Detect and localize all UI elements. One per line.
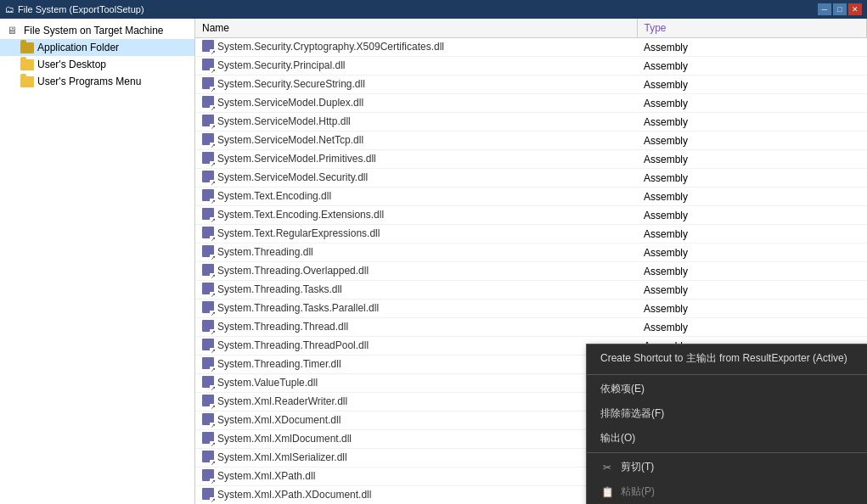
separator-1 <box>587 374 867 375</box>
cell-name: ↗System.Xml.XDocument.dll <box>195 412 637 430</box>
cell-type: Assembly <box>637 206 867 225</box>
table-row[interactable]: ↗System.Security.SecureString.dllAssembl… <box>195 76 867 94</box>
table-row[interactable]: ↗System.Threading.Tasks.Parallel.dllAsse… <box>195 300 867 318</box>
sidebar-item-programs-menu[interactable]: User's Programs Menu <box>0 73 194 90</box>
table-row[interactable]: ↗System.Threading.Thread.dllAssembly <box>195 318 867 337</box>
close-button[interactable]: ✕ <box>848 3 862 15</box>
cell-type: Assembly <box>637 76 867 94</box>
cell-name: ↗System.ServiceModel.Http.dll <box>195 113 637 132</box>
cell-type: Assembly <box>637 188 867 206</box>
minimize-button[interactable]: ─ <box>818 3 831 15</box>
window-title: File System (ExportToolSetup) <box>18 4 144 14</box>
table-row[interactable]: ↗System.ServiceModel.Duplex.dllAssembly <box>195 94 867 113</box>
window-icon: 🗂 <box>5 4 14 14</box>
context-menu-output[interactable]: 输出(O) <box>587 426 867 451</box>
cell-type: Assembly <box>637 132 867 150</box>
cell-name: ↗System.Threading.Timer.dll <box>195 356 637 374</box>
folder-icon <box>20 76 34 87</box>
menu-item-left: 📋 粘贴(P) <box>600 484 655 499</box>
table-row[interactable]: ↗System.Text.RegularExpressions.dllAssem… <box>195 225 867 244</box>
table-row[interactable]: ↗System.ServiceModel.Primitives.dllAssem… <box>195 150 867 169</box>
cell-type: Assembly <box>637 318 867 337</box>
separator-2 <box>587 452 867 453</box>
table-row[interactable]: ↗System.ServiceModel.Security.dllAssembl… <box>195 169 867 188</box>
cell-name: ↗System.Xml.XmlDocument.dll <box>195 430 637 449</box>
maximize-button[interactable]: □ <box>833 3 847 15</box>
folder-special-icon <box>20 42 34 53</box>
table-row[interactable]: ↗System.Text.Encoding.Extensions.dllAsse… <box>195 206 867 225</box>
cell-name: ↗System.ValueTuple.dll <box>195 374 637 393</box>
tree-root-item[interactable]: 🖥 File System on Target Machine <box>0 22 194 39</box>
cell-name: ↗System.Threading.ThreadPool.dll <box>195 337 637 356</box>
tree-root-label: File System on Target Machine <box>24 25 164 36</box>
context-menu-paichuxuanze[interactable]: 排除筛选器(F) <box>587 401 867 426</box>
cell-name: ↗System.Threading.Tasks.dll <box>195 281 637 300</box>
cell-name: ↗System.Text.RegularExpressions.dll <box>195 225 637 244</box>
cell-name: ↗System.Xml.XPath.XDocument.dll <box>195 486 637 505</box>
computer-icon: 🖥 <box>7 25 20 36</box>
col-header-type[interactable]: Type <box>637 19 867 38</box>
cell-name: ↗System.ServiceModel.Primitives.dll <box>195 150 637 169</box>
cell-name: ↗System.Xml.XPath.dll <box>195 468 637 486</box>
menu-item-label: 依赖项(E) <box>600 382 645 396</box>
context-menu-paste[interactable]: 📋 粘贴(P) Ctrl+V <box>587 479 867 504</box>
cell-name: ↗System.ServiceModel.Duplex.dll <box>195 94 637 113</box>
context-menu-yilaixiang[interactable]: 依赖项(E) <box>587 377 867 401</box>
cell-name: ↗System.Security.Cryptography.X509Certif… <box>195 38 637 57</box>
cell-name: ↗System.Xml.ReaderWriter.dll <box>195 393 637 412</box>
cell-type: Assembly <box>637 57 867 76</box>
table-header-row: Name Type <box>195 19 867 38</box>
cell-type: Assembly <box>637 38 867 57</box>
table-row[interactable]: ↗System.Security.Cryptography.X509Certif… <box>195 38 867 57</box>
sidebar-item-label: User's Programs Menu <box>37 76 141 87</box>
cell-name: ↗System.Threading.Overlapped.dll <box>195 262 637 281</box>
cell-type: Assembly <box>637 94 867 113</box>
cell-type: Assembly <box>637 300 867 318</box>
context-menu-cut[interactable]: ✂ 剪切(T) Ctrl+X <box>587 455 867 479</box>
cell-name: ↗System.ServiceModel.Security.dll <box>195 169 637 188</box>
title-bar: 🗂 File System (ExportToolSetup) ─ □ ✕ <box>0 0 867 19</box>
cell-type: Assembly <box>637 150 867 169</box>
cell-name: ↗System.Threading.dll <box>195 244 637 262</box>
table-row[interactable]: ↗System.Text.Encoding.dllAssembly <box>195 188 867 206</box>
cell-type: Assembly <box>637 262 867 281</box>
table-row[interactable]: ↗System.Threading.Tasks.dllAssembly <box>195 281 867 300</box>
cell-type: Assembly <box>637 244 867 262</box>
context-menu: Create Shortcut to 主输出 from ResultExport… <box>586 344 867 504</box>
sidebar-item-users-desktop[interactable]: User's Desktop <box>0 56 194 73</box>
paste-icon: 📋 <box>600 486 614 498</box>
menu-item-left: ✂ 剪切(T) <box>600 460 654 474</box>
table-row[interactable]: ↗System.Threading.dllAssembly <box>195 244 867 262</box>
cell-name: ↗System.Threading.Thread.dll <box>195 318 637 337</box>
cell-type: Assembly <box>637 169 867 188</box>
cell-name: ↗System.Security.SecureString.dll <box>195 76 637 94</box>
table-row[interactable]: ↗System.Security.Principal.dllAssembly <box>195 57 867 76</box>
main-container: 🖥 File System on Target Machine Applicat… <box>0 19 867 504</box>
scissors-icon: ✂ <box>600 462 614 473</box>
folder-icon <box>20 59 34 70</box>
table-row[interactable]: ↗System.ServiceModel.NetTcp.dllAssembly <box>195 132 867 150</box>
col-header-name[interactable]: Name <box>195 19 637 38</box>
cell-name: ↗System.Text.Encoding.Extensions.dll <box>195 206 637 225</box>
cut-label: 剪切(T) <box>621 460 654 474</box>
title-bar-left: 🗂 File System (ExportToolSetup) <box>5 4 144 14</box>
sidebar-item-application-folder[interactable]: Application Folder <box>0 39 194 56</box>
title-bar-controls: ─ □ ✕ <box>818 3 862 15</box>
cell-name: ↗System.ServiceModel.NetTcp.dll <box>195 132 637 150</box>
menu-item-label: 排除筛选器(F) <box>600 406 664 421</box>
context-menu-header: Create Shortcut to 主输出 from ResultExport… <box>587 344 867 372</box>
cell-name: ↗System.Xml.XmlSerializer.dll <box>195 449 637 468</box>
sidebar-item-label: User's Desktop <box>37 59 106 70</box>
table-row[interactable]: ↗System.ServiceModel.Http.dllAssembly <box>195 113 867 132</box>
cell-type: Assembly <box>637 281 867 300</box>
right-panel: Name Type ↗System.Security.Cryptography.… <box>195 19 867 504</box>
app-window: 🗂 File System (ExportToolSetup) ─ □ ✕ 🖥 … <box>0 0 867 504</box>
left-panel: 🖥 File System on Target Machine Applicat… <box>0 19 195 504</box>
sidebar-item-label: Application Folder <box>37 42 119 53</box>
cell-type: Assembly <box>637 113 867 132</box>
menu-item-label: 输出(O) <box>600 431 635 445</box>
paste-label: 粘贴(P) <box>621 484 655 499</box>
cell-name: ↗System.Text.Encoding.dll <box>195 188 637 206</box>
table-row[interactable]: ↗System.Threading.Overlapped.dllAssembly <box>195 262 867 281</box>
cell-type: Assembly <box>637 225 867 244</box>
